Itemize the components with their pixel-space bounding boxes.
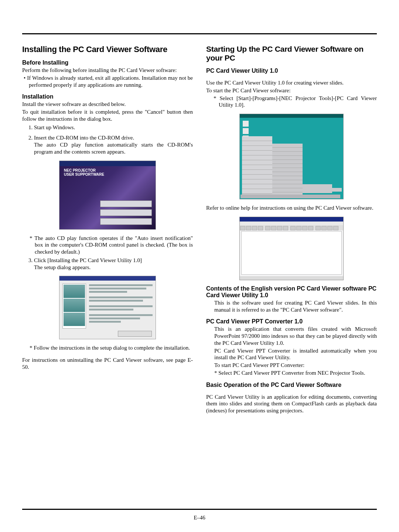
step-2a: Insert the CD-ROM into the CD-ROM drive.: [34, 135, 134, 141]
heading-installing: Installing the PC Card Viewer Software: [22, 45, 193, 54]
subheading-before: Before Installing: [22, 59, 193, 66]
step-2b: The auto CD play function automatically …: [34, 142, 193, 155]
step-1: Start up Windows.: [34, 124, 75, 130]
contents-text: This is the software used for creating P…: [206, 299, 377, 313]
subheading-basic-op: Basic Operation of the PC Card Viewer So…: [206, 382, 377, 388]
right-star1-text: Select [Start]-[Programs]-[NEC Projector…: [219, 95, 377, 108]
left-column: Installing the PC Card Viewer Software B…: [22, 45, 193, 415]
rule-bottom: [22, 509, 377, 510]
note-follow-setup-text: Follow the instructions in the setup dia…: [34, 345, 190, 351]
figure-start-menu: [239, 114, 344, 199]
note-autoplay-text: The auto CD play function operates if th…: [34, 235, 193, 255]
subheading-ppt: PC Card Viewer PPT Converter 1.0: [206, 318, 377, 325]
subheading-contents: Contents of the English version PC Card …: [206, 285, 377, 299]
note-follow-setup: * Follow the instructions in the setup d…: [22, 344, 193, 351]
install-p2: To quit installation before it is comple…: [22, 109, 193, 123]
fig1-line2: USER SUPPORTWARE: [64, 172, 104, 176]
help-reference: Refer to online help for instructions on…: [206, 205, 377, 212]
note-autoplay: * The auto CD play function operates if …: [22, 235, 193, 255]
step-3b: The setup dialog appears.: [34, 264, 91, 270]
install-p1: Install the viewer software as described…: [22, 101, 193, 108]
right-star1: * Select [Start]-[Programs]-[NEC Project…: [206, 95, 377, 109]
ppt-star: * Select PC Card Viewer PPT Converter fr…: [214, 370, 377, 377]
figure-setup-dialog: [59, 276, 156, 339]
ppt-p2: PC Card Viewer PPT Converter is installe…: [214, 347, 377, 361]
ppt-p3: To start PC Card Viewer PPT Converter:: [214, 362, 377, 369]
subheading-installation: Installation: [22, 93, 193, 100]
before-bullet-1: If Windows is already started, exit all …: [29, 75, 193, 89]
ppt-star-text: Select PC Card Viewer PPT Converter from…: [218, 370, 365, 376]
right-column: Starting Up the PC Card Viewer Software …: [206, 45, 377, 415]
page-number: E–46: [0, 515, 399, 521]
figure-viewer-window: [239, 217, 344, 280]
uninstall-reference: For instructions on uninstalling the PC …: [22, 357, 193, 371]
step-3a: Click [Installing the PC Card Viewer Uti…: [34, 257, 142, 263]
before-intro: Perform the following before installing …: [22, 67, 193, 74]
fig1-line1: NEC PROJECTOR: [64, 168, 96, 172]
rule-top: [22, 33, 377, 34]
ppt-p1: This is an application that converts fil…: [214, 326, 377, 346]
right-p2: To start the PC Card Viewer software:: [206, 87, 377, 94]
figure-supportware-screenshot: NEC PROJECTOR USER SUPPORTWARE: [59, 161, 156, 230]
right-p1: Use the PC Card Viewer Utility 1.0 for c…: [206, 79, 377, 86]
subheading-utility: PC Card Viewer Utility 1.0: [206, 68, 377, 74]
basic-text: PC Card Viewer Utility is an application…: [206, 394, 377, 414]
heading-starting: Starting Up the PC Card Viewer Software …: [206, 45, 377, 62]
